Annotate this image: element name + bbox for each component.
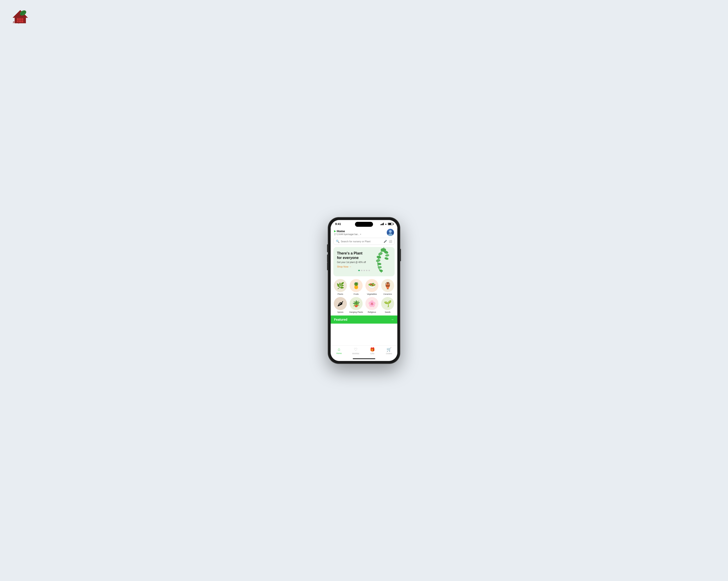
chevron-down-icon: ▾ (360, 233, 361, 235)
dot-2[interactable] (361, 270, 362, 271)
dot-5[interactable] (368, 270, 370, 271)
address-row: 17-2-644 hyernagar bar... ▾ (334, 233, 361, 236)
category-label-plants: Plants (337, 293, 343, 295)
nav-icon-gifts: 🎁 (370, 347, 375, 352)
phone-frame: 9:41 ▲ (328, 217, 400, 364)
shop-now-button[interactable]: Shop Now → (337, 265, 367, 268)
battery-icon (388, 223, 393, 225)
category-circle-plants: 🌿 (334, 279, 347, 292)
mic-icon[interactable]: 🎤 (384, 240, 387, 243)
category-circle-religious: 🌸 (365, 297, 379, 310)
category-label-spices: Spices (337, 311, 343, 313)
promo-banner: There's a Plant for everyone Get your 1s… (333, 247, 395, 276)
category-item-religious[interactable]: 🌸Religious (364, 297, 379, 313)
search-right-icons: 🎤 ⬜ (384, 240, 392, 243)
category-circle-fruits: 🍍 (349, 279, 363, 292)
nav-label-gifts: Gifts (370, 352, 374, 355)
category-label-hanging-plants: Hanging Plants (349, 311, 363, 313)
svg-rect-7 (21, 21, 23, 22)
category-circle-vegetables: 🥗 (365, 279, 379, 292)
address-text: 17-2-644 hyernagar bar... (334, 233, 360, 236)
svg-point-22 (385, 254, 389, 257)
search-bar[interactable]: 🔍 🎤 ⬜ (333, 238, 395, 245)
bottom-nav: ⌂Home♡Wishlist🎁Gifts🛒Orders (331, 345, 397, 358)
phone-screen: 9:41 ▲ (331, 220, 397, 361)
location-home-label: ▶ Home (334, 230, 361, 233)
phone-mockup: 9:41 ▲ (328, 217, 400, 364)
nav-label-orders: Orders (386, 352, 392, 355)
app-content: ▶ Home 17-2-644 hyernagar bar... ▾ (331, 227, 397, 345)
nav-item-gifts[interactable]: 🎁Gifts (364, 347, 381, 355)
featured-section[interactable]: Featured → (331, 316, 397, 324)
svg-point-11 (389, 230, 392, 233)
svg-point-16 (376, 255, 381, 259)
app-header: ▶ Home 17-2-644 hyernagar bar... ▾ (331, 227, 397, 238)
nav-item-home[interactable]: ⌂Home (331, 347, 347, 355)
status-time: 9:41 (335, 222, 341, 226)
category-item-seeds[interactable]: 🌱Seeds (380, 297, 395, 313)
svg-point-17 (376, 259, 381, 263)
nav-label-wishlist: Wishlist (352, 352, 359, 355)
banner-plant-image (375, 247, 393, 275)
nav-label-home: Home (336, 352, 342, 354)
categories-section: 🌿Plants🍍Fruits🥗Vegetables🏺Ceramics🌶Spice… (331, 279, 397, 316)
nav-item-orders[interactable]: 🛒Orders (381, 347, 397, 355)
location-label: Home (337, 230, 345, 233)
avatar[interactable] (387, 229, 394, 236)
category-label-ceramics: Ceramics (383, 293, 392, 295)
svg-rect-3 (19, 18, 21, 20)
featured-title: Featured (334, 318, 347, 321)
home-indicator (331, 358, 397, 361)
status-bar: 9:41 ▲ (331, 220, 397, 227)
category-circle-hanging-plants: 🪴 (349, 297, 363, 310)
banner-subtitle: Get your 1st plant @ 40% off (337, 261, 367, 263)
category-circle-spices: 🌶 (334, 297, 347, 310)
location-section[interactable]: ▶ Home 17-2-644 hyernagar bar... ▾ (334, 230, 361, 236)
avatar-image (387, 229, 394, 236)
status-icons: ▲ (381, 223, 393, 225)
category-label-seeds: Seeds (385, 311, 391, 313)
category-item-ceramics[interactable]: 🏺Ceramics (380, 279, 395, 295)
dot-1[interactable] (358, 270, 360, 271)
search-input[interactable] (341, 240, 382, 243)
banner-text: There's a Plant for everyone Get your 1s… (337, 251, 367, 268)
category-label-fruits: Fruits (354, 293, 359, 295)
featured-arrow-icon[interactable]: → (391, 318, 394, 321)
category-label-vegetables: Vegetables (367, 293, 377, 295)
banner-title: There's a Plant for everyone (337, 251, 367, 260)
dot-4[interactable] (366, 270, 367, 271)
search-icon: 🔍 (336, 240, 339, 243)
nav-icon-wishlist: ♡ (354, 347, 358, 352)
category-circle-ceramics: 🏺 (381, 279, 394, 292)
dynamic-island (355, 222, 373, 227)
nav-icon-orders: 🛒 (387, 347, 391, 352)
category-item-spices[interactable]: 🌶Spices (333, 297, 348, 313)
category-label-religious: Religious (368, 311, 376, 313)
svg-point-23 (384, 257, 389, 260)
nav-item-wishlist[interactable]: ♡Wishlist (347, 347, 364, 355)
svg-rect-2 (17, 18, 19, 20)
home-indicator-bar (353, 358, 375, 359)
category-item-hanging-plants[interactable]: 🪴Hanging Plants (349, 297, 364, 313)
category-item-fruits[interactable]: 🍍Fruits (349, 279, 364, 295)
category-circle-seeds: 🌱 (381, 297, 394, 310)
scan-icon[interactable]: ⬜ (389, 240, 392, 243)
svg-point-12 (388, 233, 393, 236)
category-grid: 🌿Plants🍍Fruits🥗Vegetables🏺Ceramics🌶Spice… (333, 279, 395, 313)
location-arrow-icon: ▶ (334, 230, 336, 233)
app-logo: Planty Planty of Plants (9, 7, 31, 25)
category-item-vegetables[interactable]: 🥗Vegetables (364, 279, 379, 295)
svg-text:Planty: Planty (13, 21, 20, 24)
category-item-plants[interactable]: 🌿Plants (333, 279, 348, 295)
svg-rect-4 (21, 18, 23, 20)
wifi-icon: ▲ (385, 223, 387, 225)
nav-icon-home: ⌂ (338, 347, 340, 352)
signal-icon (381, 223, 384, 225)
dot-3[interactable] (364, 270, 365, 271)
